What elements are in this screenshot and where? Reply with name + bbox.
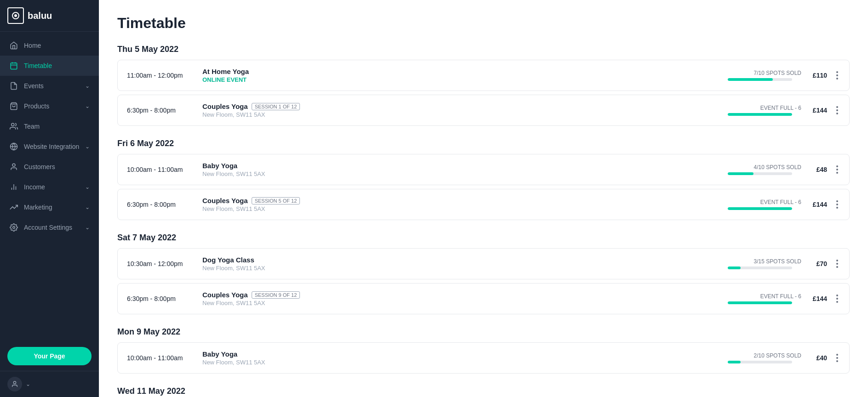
progress-fill	[728, 361, 741, 363]
event-info: At Home YogaONLINE EVENT	[202, 68, 717, 83]
dot	[836, 295, 838, 296]
logo-icon	[7, 7, 24, 24]
more-options-button[interactable]	[834, 352, 840, 364]
spots-info: EVENT FULL - 6	[728, 199, 801, 210]
progress-bar	[728, 113, 792, 116]
event-card: 6:30pm - 8:00pmCouples YogaSESSION 1 OF …	[117, 95, 850, 126]
sidebar-item-events[interactable]: Events ⌄	[0, 76, 99, 96]
event-time: 10:00am - 11:00am	[127, 166, 191, 173]
income-icon	[9, 182, 18, 192]
days-container: Thu 5 May 202211:00am - 12:00pmAt Home Y…	[117, 45, 850, 396]
customers-icon	[9, 162, 18, 171]
more-options-button[interactable]	[834, 164, 840, 176]
sidebar: baluu Home Timetable Events ⌄	[0, 0, 99, 397]
event-right: EVENT FULL - 6£144	[728, 104, 840, 116]
event-name: Baby Yoga	[202, 162, 717, 170]
event-price: £70	[809, 260, 827, 267]
sidebar-item-account-settings[interactable]: Account Settings ⌄	[0, 217, 99, 238]
progress-fill	[728, 267, 741, 269]
sidebar-item-team[interactable]: Team	[0, 116, 99, 136]
dot	[836, 106, 838, 108]
spots-info: EVENT FULL - 6	[728, 293, 801, 304]
progress-bar	[728, 172, 792, 175]
progress-fill	[728, 78, 773, 81]
progress-bar	[728, 78, 792, 81]
event-price: £110	[809, 72, 827, 79]
sidebar-item-customers[interactable]: Customers	[0, 157, 99, 177]
website-icon	[9, 142, 18, 151]
day-heading: Mon 9 May 2022	[117, 327, 850, 337]
event-info: Dog Yoga ClassNew Floom, SW11 5AX	[202, 256, 717, 272]
spots-label: EVENT FULL - 6	[728, 293, 801, 300]
more-options-button[interactable]	[834, 104, 840, 116]
event-right: EVENT FULL - 6£144	[728, 198, 840, 210]
spots-info: 4/10 SPOTS SOLD	[728, 164, 801, 175]
sidebar-item-home[interactable]: Home	[0, 35, 99, 56]
event-info: Couples YogaSESSION 5 OF 12New Floom, SW…	[202, 197, 717, 212]
event-time: 10:30am - 12:00pm	[127, 260, 191, 267]
sidebar-item-products[interactable]: Products ⌄	[0, 96, 99, 116]
user-avatar	[7, 377, 22, 391]
day-section: Thu 5 May 202211:00am - 12:00pmAt Home Y…	[117, 45, 850, 126]
event-location: New Floom, SW11 5AX	[202, 111, 717, 118]
chevron-down-icon: ⌄	[85, 224, 90, 231]
sidebar-item-marketing[interactable]: Marketing ⌄	[0, 197, 99, 217]
sidebar-item-timetable[interactable]: Timetable	[0, 56, 99, 76]
event-right: 2/10 SPOTS SOLD£40	[728, 352, 840, 364]
nav-items: Home Timetable Events ⌄ Products ⌄	[0, 32, 99, 341]
sidebar-item-income[interactable]: Income ⌄	[0, 177, 99, 197]
logo-area: baluu	[0, 0, 99, 32]
more-options-button[interactable]	[834, 198, 840, 210]
event-price: £40	[809, 354, 827, 362]
sidebar-item-label: Team	[24, 123, 40, 130]
event-right: EVENT FULL - 6£144	[728, 293, 840, 305]
spots-info: EVENT FULL - 6	[728, 105, 801, 116]
dot	[836, 260, 838, 261]
event-name: At Home Yoga	[202, 68, 717, 75]
sidebar-item-label: Timetable	[24, 62, 52, 69]
session-badge: SESSION 5 OF 12	[252, 197, 300, 204]
more-options-button[interactable]	[834, 69, 840, 81]
event-name: Couples YogaSESSION 5 OF 12	[202, 197, 717, 204]
event-info: Baby YogaNew Floom, SW11 5AX	[202, 350, 717, 366]
more-options-button[interactable]	[834, 258, 840, 270]
timetable-icon	[9, 61, 18, 70]
chevron-down-icon: ⌄	[85, 143, 90, 150]
progress-bar	[728, 267, 792, 269]
more-options-button[interactable]	[834, 293, 840, 305]
sidebar-item-label: Products	[24, 102, 49, 110]
spots-label: 3/15 SPOTS SOLD	[728, 258, 801, 265]
progress-fill	[728, 113, 792, 116]
progress-fill	[728, 301, 792, 304]
logo-text: baluu	[28, 11, 52, 21]
event-location: New Floom, SW11 5AX	[202, 359, 717, 366]
sidebar-item-label: Website Integration	[24, 143, 79, 150]
event-card: 6:30pm - 8:00pmCouples YogaSESSION 5 OF …	[117, 189, 850, 220]
event-name: Couples YogaSESSION 9 OF 12	[202, 291, 717, 299]
dot	[836, 109, 838, 111]
team-icon	[9, 122, 18, 131]
event-info: Couples YogaSESSION 1 OF 12New Floom, SW…	[202, 102, 717, 118]
dot	[836, 169, 838, 170]
day-section: Fri 6 May 202210:00am - 11:00amBaby Yoga…	[117, 139, 850, 220]
event-card: 10:30am - 12:00pmDog Yoga ClassNew Floom…	[117, 248, 850, 279]
progress-bar	[728, 301, 792, 304]
spots-label: 4/10 SPOTS SOLD	[728, 164, 801, 170]
dot	[836, 301, 838, 303]
chevron-down-icon: ⌄	[85, 83, 90, 89]
sidebar-item-label: Events	[24, 82, 44, 90]
event-price: £144	[809, 201, 827, 208]
event-name: Dog Yoga Class	[202, 256, 717, 264]
user-menu-chevron[interactable]: ⌄	[26, 381, 30, 387]
sidebar-item-website-integration[interactable]: Website Integration ⌄	[0, 136, 99, 157]
home-icon	[9, 41, 18, 50]
event-card: 11:00am - 12:00pmAt Home YogaONLINE EVEN…	[117, 60, 850, 91]
spots-info: 7/10 SPOTS SOLD	[728, 70, 801, 81]
dot	[836, 357, 838, 359]
sidebar-item-label: Account Settings	[24, 224, 72, 231]
chevron-down-icon: ⌄	[85, 184, 90, 190]
spots-label: EVENT FULL - 6	[728, 199, 801, 205]
progress-bar	[728, 207, 792, 210]
dot	[836, 360, 838, 362]
your-page-button[interactable]: Your Page	[7, 347, 92, 365]
